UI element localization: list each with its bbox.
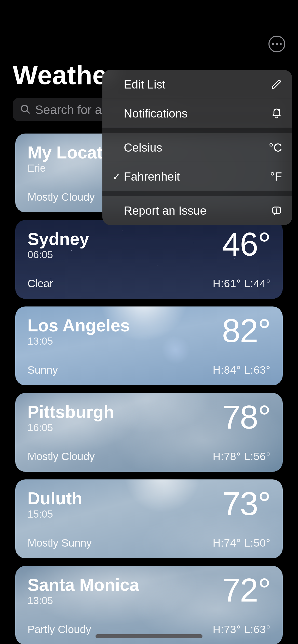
- bell-icon: [271, 108, 282, 119]
- menu-item-notifications[interactable]: Notifications: [102, 99, 292, 128]
- menu-item-report-an-issue[interactable]: Report an Issue: [102, 196, 292, 225]
- city-subline: 06:05: [28, 249, 89, 260]
- menu-item-unit: °F: [270, 170, 282, 183]
- high-low: H:73° L:63°: [213, 623, 270, 636]
- temperature: 73°: [222, 490, 270, 518]
- condition-text: Mostly Sunny: [28, 537, 92, 549]
- high-low: H:61° L:44°: [213, 277, 270, 290]
- menu-item-celsius[interactable]: Celsius °C: [102, 133, 292, 162]
- temperature: 72°: [222, 576, 270, 604]
- menu-item-unit: °C: [269, 141, 282, 154]
- temperature: 82°: [222, 317, 270, 345]
- city-name: Santa Monica: [28, 576, 139, 593]
- svg-point-5: [276, 212, 277, 212]
- pencil-icon: [271, 79, 282, 90]
- search-icon: [20, 104, 31, 115]
- menu-item-fahrenheit[interactable]: ✓ Fahrenheit °F: [102, 162, 292, 191]
- menu-item-label: Celsius: [124, 141, 269, 154]
- high-low: H:78° L:56°: [213, 450, 270, 463]
- svg-line-1: [27, 111, 29, 113]
- more-button[interactable]: [268, 36, 285, 52]
- menu-separator: [102, 191, 292, 196]
- high-low: H:74° L:50°: [213, 537, 270, 549]
- menu-item-edit-list[interactable]: Edit List: [102, 70, 292, 99]
- city-subline: 13:05: [28, 335, 130, 347]
- city-subline: 16:05: [28, 422, 114, 433]
- weather-card[interactable]: Sydney 06:05 46° Clear H:61° L:44°: [15, 220, 283, 299]
- menu-item-label: Notifications: [124, 107, 271, 120]
- city-subline: 15:05: [28, 508, 82, 520]
- city-subline: 13:05: [28, 595, 139, 606]
- city-name: Los Angeles: [28, 317, 130, 334]
- condition-text: Sunny: [28, 364, 58, 376]
- status-bar: [0, 0, 298, 36]
- condition-text: Mostly Cloudy: [28, 191, 95, 203]
- condition-text: Partly Cloudy: [28, 623, 91, 636]
- city-name: Duluth: [28, 490, 82, 507]
- temperature: 78°: [222, 403, 270, 431]
- menu-item-label: Report an Issue: [124, 204, 271, 217]
- menu-item-label: Edit List: [124, 78, 271, 91]
- checkmark-icon: ✓: [110, 171, 124, 182]
- city-name: Pittsburgh: [28, 403, 114, 420]
- menu-item-label: Fahrenheit: [124, 170, 270, 183]
- temperature: 46°: [222, 230, 270, 258]
- city-name: Sydney: [28, 230, 89, 247]
- report-icon: [271, 205, 282, 216]
- options-menu: Edit List Notifications Celsius °C ✓ Fah…: [102, 70, 292, 225]
- menu-separator: [102, 128, 292, 133]
- weather-card[interactable]: Santa Monica 13:05 72° Partly Cloudy H:7…: [15, 566, 283, 644]
- svg-point-2: [278, 109, 280, 111]
- high-low: H:84° L:63°: [213, 364, 270, 376]
- weather-card[interactable]: Los Angeles 13:05 82° Sunny H:84° L:63°: [15, 306, 283, 385]
- condition-text: Mostly Cloudy: [28, 450, 95, 463]
- weather-card[interactable]: Pittsburgh 16:05 78° Mostly Cloudy H:78°…: [15, 393, 283, 472]
- condition-text: Clear: [28, 277, 53, 290]
- header-toolbar: [0, 36, 298, 57]
- weather-card[interactable]: Duluth 15:05 73° Mostly Sunny H:74° L:50…: [15, 479, 283, 558]
